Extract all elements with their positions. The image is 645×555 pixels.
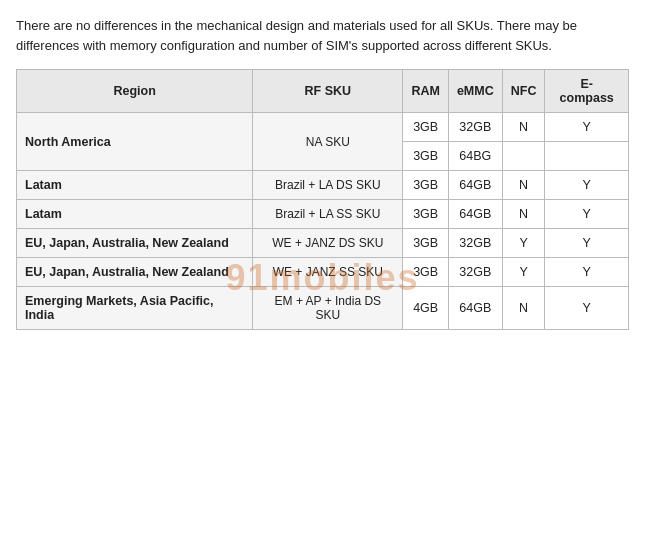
emmc-cell: 64BG — [448, 142, 502, 171]
ram-cell: 3GB — [403, 258, 448, 287]
ram-cell: 3GB — [403, 142, 448, 171]
emmc-cell: 32GB — [448, 258, 502, 287]
region-cell: Latam — [17, 200, 253, 229]
ecompass-cell: Y — [545, 200, 629, 229]
region-cell: EU, Japan, Australia, New Zealand — [17, 258, 253, 287]
rf-sku-cell: WE + JANZ SS SKU — [253, 258, 403, 287]
ram-cell: 3GB — [403, 171, 448, 200]
table-header-row: RegionRF SKURAMeMMCNFCE-compass — [17, 70, 629, 113]
emmc-cell: 64GB — [448, 287, 502, 330]
nfc-cell: N — [502, 200, 545, 229]
table-row: North AmericaNA SKU3GB32GBNY — [17, 113, 629, 142]
col-header-e-compass: E-compass — [545, 70, 629, 113]
rf-sku-cell: NA SKU — [253, 113, 403, 171]
nfc-cell: N — [502, 171, 545, 200]
ram-cell: 3GB — [403, 229, 448, 258]
col-header-rf-sku: RF SKU — [253, 70, 403, 113]
nfc-cell — [502, 142, 545, 171]
emmc-cell: 32GB — [448, 229, 502, 258]
table-row: Emerging Markets, Asia Pacific, IndiaEM … — [17, 287, 629, 330]
ram-cell: 4GB — [403, 287, 448, 330]
intro-paragraph: There are no differences in the mechanic… — [16, 16, 629, 55]
rf-sku-cell: Brazil + LA SS SKU — [253, 200, 403, 229]
table-row: LatamBrazil + LA SS SKU3GB64GBNY — [17, 200, 629, 229]
col-header-region: Region — [17, 70, 253, 113]
nfc-cell: N — [502, 113, 545, 142]
nfc-cell: N — [502, 287, 545, 330]
sku-table: RegionRF SKURAMeMMCNFCE-compass North Am… — [16, 69, 629, 330]
table-row: EU, Japan, Australia, New ZealandWE + JA… — [17, 229, 629, 258]
ecompass-cell: Y — [545, 171, 629, 200]
ecompass-cell: Y — [545, 287, 629, 330]
nfc-cell: Y — [502, 258, 545, 287]
region-cell: North America — [17, 113, 253, 171]
emmc-cell: 64GB — [448, 171, 502, 200]
ecompass-cell: Y — [545, 113, 629, 142]
rf-sku-cell: EM + AP + India DS SKU — [253, 287, 403, 330]
region-cell: Latam — [17, 171, 253, 200]
col-header-nfc: NFC — [502, 70, 545, 113]
ram-cell: 3GB — [403, 113, 448, 142]
rf-sku-cell: WE + JANZ DS SKU — [253, 229, 403, 258]
ecompass-cell: Y — [545, 229, 629, 258]
table-row: LatamBrazil + LA DS SKU3GB64GBNY — [17, 171, 629, 200]
col-header-emmc: eMMC — [448, 70, 502, 113]
region-cell: Emerging Markets, Asia Pacific, India — [17, 287, 253, 330]
ecompass-cell — [545, 142, 629, 171]
col-header-ram: RAM — [403, 70, 448, 113]
rf-sku-cell: Brazil + LA DS SKU — [253, 171, 403, 200]
ecompass-cell: Y — [545, 258, 629, 287]
table-row: EU, Japan, Australia, New ZealandWE + JA… — [17, 258, 629, 287]
nfc-cell: Y — [502, 229, 545, 258]
emmc-cell: 64GB — [448, 200, 502, 229]
region-cell: EU, Japan, Australia, New Zealand — [17, 229, 253, 258]
ram-cell: 3GB — [403, 200, 448, 229]
emmc-cell: 32GB — [448, 113, 502, 142]
